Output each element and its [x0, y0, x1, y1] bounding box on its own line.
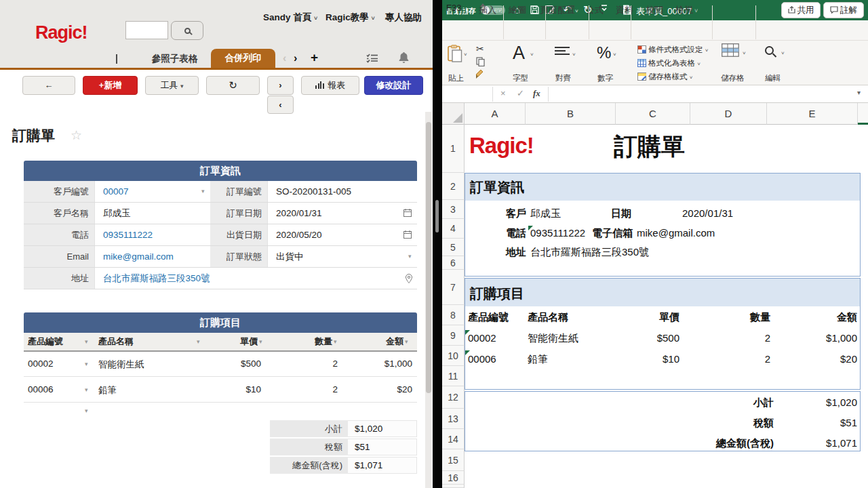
- customer-name-value[interactable]: 邱成玉: [95, 203, 210, 224]
- bell-icon[interactable]: [399, 52, 409, 64]
- format-painter-icon[interactable]: [475, 69, 486, 79]
- paste-label[interactable]: 貼上: [448, 73, 464, 83]
- row-header-4[interactable]: 4: [442, 219, 465, 239]
- row-header-1[interactable]: 1: [442, 125, 465, 173]
- item-price[interactable]: $500: [207, 359, 261, 369]
- chevron-down-icon[interactable]: ˅: [613, 52, 616, 58]
- location-pin-icon[interactable]: [406, 274, 412, 283]
- row-header-11[interactable]: 11: [442, 366, 465, 386]
- column-header-b[interactable]: B: [526, 103, 616, 125]
- item-qty[interactable]: 2: [271, 384, 338, 394]
- row-header-14[interactable]: 14: [442, 429, 465, 449]
- item-name[interactable]: 鉛筆: [98, 384, 117, 396]
- select-all-corner[interactable]: [442, 103, 465, 125]
- chevron-down-icon[interactable]: ▾: [405, 333, 408, 350]
- help-menu[interactable]: Ragic教學 ˅: [326, 12, 375, 24]
- customer-id-value[interactable]: 00007: [95, 181, 210, 202]
- align-label[interactable]: 對齊: [555, 73, 571, 83]
- conditional-formatting-button[interactable]: 條件式格式設定 ˅: [637, 45, 708, 55]
- column-header-f-selected[interactable]: [858, 103, 868, 125]
- sheet-content[interactable]: Ragic! 訂購單 訂單資訊 客戶 邱成玉 日期 2020/01/31 電話 …: [465, 125, 868, 488]
- share-button[interactable]: 共用: [781, 2, 821, 18]
- order-id-value[interactable]: SO-20200131-005: [268, 181, 417, 202]
- format-as-table-button[interactable]: 格式化為表格 ˅: [637, 58, 701, 68]
- row-header-17[interactable]: [442, 485, 465, 488]
- calendar-icon[interactable]: [403, 209, 412, 217]
- row-header-8[interactable]: 8: [442, 305, 465, 325]
- row-header-12[interactable]: 12: [442, 386, 465, 409]
- column-header-d[interactable]: D: [690, 103, 767, 125]
- email-value[interactable]: mike@gmail.com: [95, 246, 210, 267]
- chevron-down-icon[interactable]: ▾: [85, 333, 88, 350]
- item-amount[interactable]: $1,000: [342, 359, 412, 369]
- enter-icon[interactable]: ✓: [517, 88, 524, 98]
- save-icon[interactable]: [530, 5, 539, 14]
- refresh-button[interactable]: ↻: [206, 76, 260, 95]
- tab-view[interactable]: 檢視: [675, 4, 693, 16]
- chevron-down-icon[interactable]: ˅: [464, 52, 467, 58]
- alignment-icon[interactable]: [555, 46, 570, 57]
- ship-date-value[interactable]: 2020/05/20: [268, 224, 417, 245]
- chevron-down-icon[interactable]: ▾: [334, 333, 337, 350]
- copy-icon[interactable]: [476, 57, 485, 66]
- row-header-5[interactable]: 5: [442, 239, 465, 256]
- formula-bar-expand-icon[interactable]: ▾: [857, 89, 861, 96]
- calendar-icon[interactable]: [403, 230, 412, 239]
- tab-reference-subtable[interactable]: 參照子表格: [136, 50, 214, 68]
- comments-button[interactable]: 註解: [823, 2, 864, 18]
- scrollbar-thumb[interactable]: [426, 122, 431, 393]
- cells-icon[interactable]: [722, 43, 739, 57]
- cancel-icon[interactable]: ×: [500, 88, 506, 98]
- chevron-down-icon[interactable]: ▾: [85, 403, 88, 420]
- chevron-down-icon[interactable]: ˅: [530, 52, 534, 58]
- chevron-down-icon[interactable]: ˅: [743, 50, 746, 56]
- chevron-down-icon[interactable]: ▾: [408, 246, 412, 267]
- item-qty[interactable]: 2: [271, 359, 338, 369]
- item-amount[interactable]: $20: [342, 384, 412, 394]
- row-header-13[interactable]: 13: [442, 409, 465, 429]
- cells-label[interactable]: 儲存格: [721, 73, 745, 83]
- cut-icon[interactable]: ✂: [476, 43, 484, 54]
- item-id-link[interactable]: 00006: [28, 384, 54, 394]
- edit-label[interactable]: 編輯: [765, 73, 781, 83]
- row-header-6[interactable]: 6: [442, 256, 465, 270]
- chevron-down-icon[interactable]: ▾: [201, 181, 205, 202]
- tools-button[interactable]: 工具 ▾: [145, 76, 199, 95]
- tab-scroll-left-icon[interactable]: ‹: [283, 52, 286, 64]
- account-menu[interactable]: Sandy 首頁 ˅: [263, 12, 317, 24]
- column-header-a[interactable]: A: [465, 103, 526, 125]
- tab-draw[interactable]: 繪圖: [509, 4, 526, 16]
- column-header[interactable]: 產品編號: [28, 333, 63, 350]
- column-header[interactable]: 數量: [271, 333, 332, 350]
- checklist-icon[interactable]: [366, 54, 378, 63]
- chevron-down-icon[interactable]: ▾: [259, 333, 262, 350]
- paste-icon[interactable]: [448, 45, 462, 62]
- order-date-value[interactable]: 2020/01/31: [268, 203, 417, 224]
- chevron-down-icon[interactable]: ▾: [197, 333, 200, 350]
- address-value[interactable]: 台北市羅斯福路三段350號: [95, 268, 417, 289]
- support-link[interactable]: 專人協助: [385, 12, 422, 24]
- chevron-down-icon[interactable]: ▾: [85, 377, 88, 403]
- row-header-15[interactable]: 15: [442, 449, 465, 471]
- insert-function-icon[interactable]: fx: [533, 88, 540, 99]
- font-label[interactable]: 字型: [513, 73, 528, 83]
- find-select-icon[interactable]: [765, 45, 774, 58]
- add-tab-button[interactable]: +: [311, 50, 318, 65]
- search-button[interactable]: [171, 21, 203, 40]
- formula-input[interactable]: [551, 87, 854, 102]
- row-header-16[interactable]: 16: [442, 471, 465, 485]
- new-entry-button[interactable]: +新增: [83, 76, 138, 95]
- column-header-e[interactable]: E: [767, 103, 858, 125]
- cell-styles-button[interactable]: 儲存格樣式 ˅: [637, 72, 692, 82]
- search-input[interactable]: [125, 21, 168, 39]
- font-icon[interactable]: A: [513, 43, 525, 64]
- modify-design-button[interactable]: 修改設計: [364, 76, 423, 95]
- name-box-spinner[interactable]: [480, 3, 486, 12]
- next-record-button[interactable]: ›: [267, 76, 294, 95]
- divider-scrollbar-thumb[interactable]: [435, 200, 439, 232]
- row-header-10[interactable]: 10: [442, 346, 465, 366]
- chevron-down-icon[interactable]: ˅: [781, 50, 785, 56]
- chevron-down-icon[interactable]: ˅: [572, 52, 576, 58]
- tab-merge-print[interactable]: 合併列印: [211, 49, 275, 68]
- item-name[interactable]: 智能衛生紙: [98, 359, 144, 371]
